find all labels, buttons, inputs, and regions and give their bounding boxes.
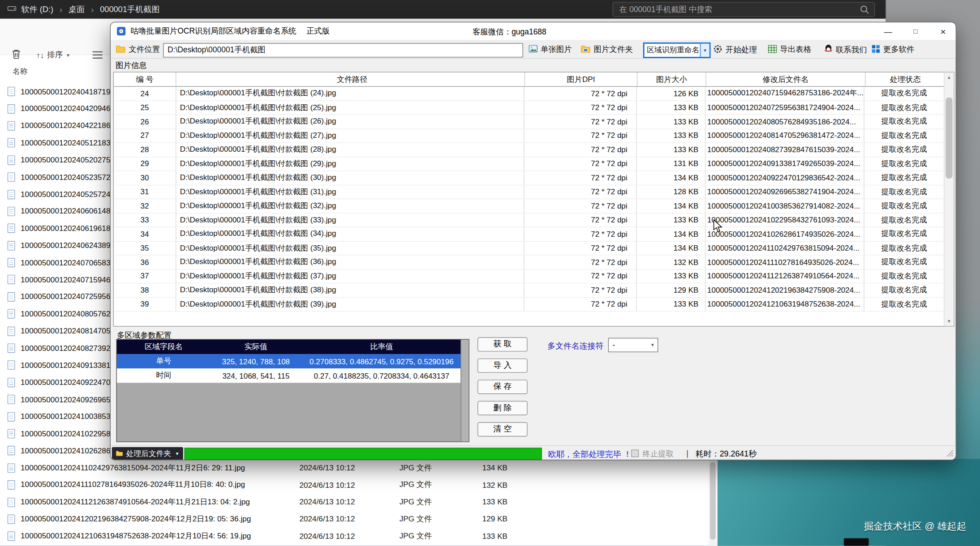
file-date: 2024/6/13 10:12 (299, 515, 399, 524)
header-size[interactable]: 图片大小 (637, 73, 706, 86)
header-dpi[interactable]: 图片DPI (525, 73, 637, 86)
search-input[interactable] (613, 5, 860, 14)
image-info-table: 编 号 文件路径 图片DPI 图片大小 修改后文件名 处理状态 24 D:\De… (113, 72, 954, 326)
mouse-cursor (713, 219, 723, 235)
maximize-button[interactable]: □ (902, 22, 929, 40)
taskbar-chip (844, 538, 869, 546)
table-scrollbar[interactable]: ▲ ▼ (944, 73, 954, 326)
scrollbar-thumb[interactable] (710, 462, 716, 540)
table-row[interactable]: 34 D:\Desktop\000001手机截图\付款截图 (34).jpg 7… (114, 227, 944, 241)
single-image-button[interactable]: 单张图片 (529, 44, 572, 55)
stop-extract-checkbox[interactable] (631, 450, 639, 457)
list-item[interactable]: 100005000120241121263874910564-2024年11月2… (0, 494, 706, 511)
start-processing-button[interactable]: 开始处理 (713, 44, 757, 55)
list-item[interactable]: 100005000120241210631948752638-2024年12月1… (0, 528, 706, 545)
region-row[interactable]: 时间 324, 1068, 541, 115 0.27, 0.4188235, … (117, 368, 462, 383)
file-icon (8, 515, 15, 524)
breadcrumb-item-drive[interactable]: 软件 (D:) (21, 4, 53, 15)
sort-button[interactable]: ↑↓ 排序 ▼ (36, 50, 70, 61)
table-row[interactable]: 37 D:\Desktop\000001手机截图\付款截图 (37).jpg 7… (114, 269, 944, 283)
table-row[interactable]: 31 D:\Desktop\000001手机截图\付款截图 (31).jpg 7… (114, 185, 944, 199)
header-no[interactable]: 编 号 (114, 73, 176, 86)
list-item[interactable]: 100005000120241110278164935026-2024年11月1… (0, 477, 706, 494)
image-folder-button[interactable]: 图片文件夹 (580, 44, 633, 55)
breadcrumb-item-folder[interactable]: 000001手机截图 (100, 4, 159, 15)
table-row[interactable]: 39 D:\Desktop\000001手机截图\付款截图 (39).jpg 7… (114, 298, 944, 311)
grid-icon (872, 45, 880, 55)
table-row[interactable]: 24 D:\Desktop\000001手机截图\付款截图 (24).jpg 7… (114, 87, 944, 101)
processed-folder-button[interactable]: 处理后文件夹 ▼ (112, 447, 183, 460)
list-item[interactable]: 100005000120241202196384275908-2024年12月2… (0, 511, 706, 528)
action-button[interactable]: 删 除 (477, 401, 528, 415)
search-icon (860, 4, 869, 14)
file-icon (8, 258, 15, 267)
chevron-down-icon[interactable]: ▼ (700, 44, 709, 57)
file-icon (8, 190, 15, 199)
contact-us-button[interactable]: 联系我们 (825, 44, 867, 55)
file-icon (8, 172, 15, 182)
table-row[interactable]: 38 D:\Desktop\000001手机截图\付款截图 (38).jpg 7… (114, 284, 944, 298)
cell-dpi: 72 * 72 dpi (524, 115, 637, 128)
region-ratio-value: 0.27, 0.4188235, 0.7208334, 0.4643137 (301, 368, 462, 383)
action-button[interactable]: 导 入 (477, 358, 528, 373)
breadcrumb-item-desktop[interactable]: 桌面 (69, 4, 85, 15)
path-input[interactable] (163, 43, 523, 57)
single-image-label: 单张图片 (541, 44, 572, 55)
header-status[interactable]: 处理状态 (866, 73, 945, 86)
more-software-button[interactable]: 更多软件 (872, 44, 915, 55)
table-row[interactable]: 25 D:\Desktop\000001手机截图\付款截图 (25).jpg 7… (114, 101, 944, 115)
table-row[interactable]: 33 D:\Desktop\000001手机截图\付款截图 (33).jpg 7… (114, 213, 944, 227)
action-button[interactable]: 清 空 (477, 422, 528, 436)
ocr-app-window: 咕噜批量图片OCR识别局部区域内容重命名系统 正式版 客服微信：guga1688… (110, 22, 956, 461)
file-size: 134 KB (465, 464, 507, 473)
column-header-name[interactable]: 名称 (13, 66, 27, 77)
image-info-section-label: 图片信息 (116, 60, 147, 71)
cell-no: 28 (114, 143, 176, 157)
action-button[interactable]: 保 存 (477, 380, 528, 394)
cell-path: D:\Desktop\000001手机截图\付款截图 (25).jpg (176, 101, 524, 114)
view-options-icon[interactable] (93, 51, 103, 60)
file-icon (8, 275, 15, 285)
file-type: JPG 文件 (400, 497, 465, 508)
mode-select[interactable]: 区域识别重命名 ▼ (643, 43, 711, 58)
region-config-scrollbar[interactable] (460, 340, 469, 441)
cell-status: 提取改名完成 (864, 284, 944, 297)
cell-no: 33 (114, 213, 176, 227)
cell-path: D:\Desktop\000001手机截图\付款截图 (35).jpg (176, 241, 524, 255)
scroll-down-icon[interactable]: ▼ (944, 316, 954, 326)
table-row[interactable]: 28 D:\Desktop\000001手机截图\付款截图 (28).jpg 7… (114, 143, 944, 157)
scroll-up-icon[interactable]: ▲ (944, 73, 954, 82)
file-type: JPG 文件 (400, 480, 465, 491)
statusbar-separator: | (686, 448, 688, 458)
table-row[interactable]: 30 D:\Desktop\000001手机截图\付款截图 (30).jpg 7… (114, 171, 944, 185)
cell-dpi: 72 * 72 dpi (524, 269, 637, 283)
resize-grip[interactable] (946, 450, 954, 459)
minimize-button[interactable]: — (874, 22, 902, 40)
close-button[interactable]: × (929, 22, 956, 40)
region-config-rows: 单号 325, 1240, 788, 108 0.2708333, 0.4862… (117, 354, 462, 383)
table-row[interactable]: 35 D:\Desktop\000001手机截图\付款截图 (35).jpg 7… (114, 241, 944, 255)
cell-status: 提取改名完成 (864, 87, 944, 100)
header-newname[interactable]: 修改后文件名 (706, 73, 866, 86)
file-icon (8, 361, 15, 370)
connector-select[interactable]: - ▼ (608, 338, 658, 352)
file-type: JPG 文件 (400, 463, 465, 473)
action-button[interactable]: 获 取 (477, 337, 528, 352)
table-row[interactable]: 27 D:\Desktop\000001手机截图\付款截图 (27).jpg 7… (114, 129, 944, 143)
explorer-search-box[interactable] (612, 2, 875, 17)
image-folder-label: 图片文件夹 (594, 44, 633, 55)
cell-path: D:\Desktop\000001手机截图\付款截图 (31).jpg (176, 185, 524, 199)
table-row[interactable]: 36 D:\Desktop\000001手机截图\付款截图 (36).jpg 7… (114, 256, 944, 269)
list-item[interactable]: 100005000120241102429763815094-2024年11月2… (0, 459, 706, 476)
scrollbar-thumb[interactable] (946, 98, 952, 179)
cell-newname: 100005000120240725956381724904-2024... (705, 101, 864, 114)
table-row[interactable]: 29 D:\Desktop\000001手机截图\付款截图 (29).jpg 7… (114, 157, 944, 171)
table-row[interactable]: 32 D:\Desktop\000001手机截图\付款截图 (32).jpg 7… (114, 199, 944, 213)
table-row[interactable]: 26 D:\Desktop\000001手机截图\付款截图 (26).jpg 7… (114, 115, 944, 129)
watermark-text: 掘金技术社区 @ 雄起起 (864, 520, 967, 533)
header-path[interactable]: 文件路径 (176, 73, 525, 86)
cell-newname: 100005000120240922470129836542-2024... (705, 171, 864, 184)
delete-icon[interactable] (11, 49, 21, 61)
export-table-button[interactable]: 导出表格 (768, 44, 811, 55)
region-row[interactable]: 单号 325, 1240, 788, 108 0.2708333, 0.4862… (117, 354, 462, 368)
